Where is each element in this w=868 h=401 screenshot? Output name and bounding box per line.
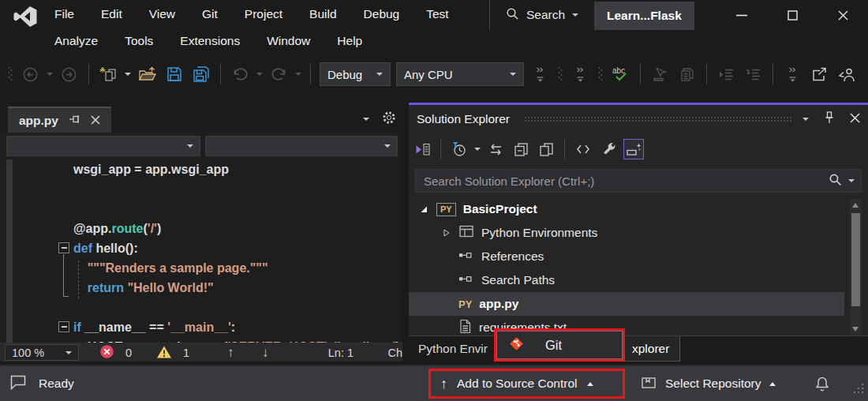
navigate-up-icon[interactable]: ↑ [227, 343, 234, 362]
pin-icon[interactable] [825, 111, 834, 127]
toolbar-overflow-icon[interactable] [570, 64, 591, 85]
toolbar-grip[interactable] [558, 64, 563, 84]
window-position-icon[interactable] [803, 118, 809, 121]
tree-item-basicproject[interactable]: PYBasicProject [409, 197, 851, 221]
save-icon[interactable] [163, 64, 185, 85]
preview-selected-items-icon[interactable] [623, 139, 644, 159]
scrollbar-thumb[interactable] [851, 213, 860, 306]
editor-settings-gear-icon[interactable] [382, 111, 396, 128]
collapse-all-icon[interactable] [511, 139, 531, 159]
properties-icon[interactable] [598, 139, 619, 159]
navigate-back-icon[interactable] [20, 64, 41, 85]
caret-down-icon[interactable] [295, 73, 301, 76]
close-panel-icon[interactable] [850, 112, 860, 126]
scroll-up-icon[interactable] [852, 203, 859, 208]
git-logo-icon [508, 335, 525, 355]
scroll-down-icon[interactable] [852, 327, 859, 332]
menu-item-help[interactable]: Help [324, 27, 376, 55]
toolbar-overflow-icon[interactable] [529, 64, 551, 85]
search-icon[interactable] [829, 173, 842, 189]
live-share-icon[interactable] [836, 64, 857, 85]
share-icon[interactable] [809, 64, 830, 85]
save-all-icon[interactable] [190, 64, 211, 85]
tree-item-python-environments[interactable]: Python Environments [409, 221, 851, 245]
menu-item-test[interactable]: Test [413, 0, 462, 28]
fold-collapse-icon[interactable] [58, 242, 69, 253]
open-file-icon[interactable] [137, 64, 158, 85]
toolbar-grip[interactable] [8, 64, 13, 84]
code-editor[interactable]: wsgi_app = app.wsgi_app@app.route('/')de… [0, 159, 402, 343]
solution-search-box[interactable] [415, 169, 862, 193]
solution-platforms-dropdown[interactable]: Any CPU [396, 62, 524, 86]
solution-search-input[interactable] [422, 174, 829, 189]
format-document-icon[interactable] [743, 64, 764, 85]
caret-down-icon[interactable] [125, 73, 131, 76]
start-debug-target-icon[interactable] [649, 64, 671, 85]
tree-item-app-py[interactable]: PYapp.py [409, 292, 844, 316]
expanded-arrow-icon[interactable] [418, 204, 429, 214]
document-list-icon[interactable] [363, 118, 369, 121]
show-all-files-icon[interactable] [536, 139, 556, 159]
tab-python-environments[interactable]: Python Envir [409, 336, 497, 362]
notifications-bell-icon[interactable] [814, 366, 830, 401]
panel-drag-grip[interactable] [524, 116, 791, 123]
add-to-source-control-button[interactable]: ↑ Add to Source Control [428, 369, 625, 399]
collapsed-arrow-icon[interactable] [440, 228, 451, 238]
indent-icon[interactable] [716, 64, 737, 85]
view-code-icon[interactable] [573, 139, 593, 159]
menu-item-view[interactable]: View [136, 0, 189, 28]
maximize-button[interactable] [767, 0, 817, 30]
warning-count[interactable]: 1 [156, 343, 189, 362]
close-button[interactable] [817, 0, 868, 30]
close-tab-icon[interactable] [91, 114, 100, 128]
menu-item-extensions[interactable]: Extensions [166, 27, 253, 55]
error-count[interactable]: 0 [99, 343, 132, 362]
tree-item-references[interactable]: References [409, 245, 851, 268]
feedback-icon[interactable] [9, 374, 28, 394]
toolbar-overflow-icon[interactable] [782, 64, 803, 85]
navigate-forward-icon[interactable] [58, 64, 80, 85]
copy-structure-icon[interactable] [676, 64, 698, 85]
quick-search[interactable]: Search [489, 0, 594, 30]
undo-icon[interactable] [230, 64, 251, 85]
navigation-member-dropdown[interactable] [205, 136, 398, 156]
navigation-project-dropdown[interactable] [6, 136, 200, 156]
menu-item-edit[interactable]: Edit [88, 0, 136, 28]
menu-item-file[interactable]: File [41, 0, 88, 28]
code-line [0, 199, 402, 219]
caret-down-icon[interactable] [256, 73, 263, 76]
tree-item-search-paths[interactable]: Search Paths [409, 268, 851, 292]
menu-item-debug[interactable]: Debug [350, 0, 413, 28]
fold-collapse-icon[interactable] [58, 321, 69, 332]
navigate-down-icon[interactable]: ↓ [262, 343, 269, 362]
caret-down-icon[interactable] [848, 179, 855, 182]
caret-down-icon[interactable] [47, 73, 53, 76]
new-project-icon[interactable] [98, 64, 119, 85]
pin-icon[interactable] [69, 114, 80, 128]
zoom-level-dropdown[interactable]: 100 % [5, 344, 79, 361]
window-title-button[interactable]: Learn...Flask [594, 2, 694, 30]
git-menu-item[interactable]: Git [496, 331, 623, 359]
caret-down-icon[interactable] [474, 148, 481, 151]
menu-item-project[interactable]: Project [231, 0, 296, 28]
editor-navigation-bar [0, 133, 402, 159]
redo-icon[interactable] [268, 64, 290, 85]
sync-with-active-document-icon[interactable] [485, 139, 506, 159]
select-repository-button[interactable]: Select Repository [641, 366, 776, 401]
minimize-button[interactable] [716, 0, 767, 30]
pending-changes-filter-icon[interactable] [449, 139, 470, 159]
tab-solution-explorer[interactable]: xplorer [622, 336, 680, 362]
menu-item-tools[interactable]: Tools [111, 27, 166, 55]
tab-app-py[interactable]: app.py [8, 107, 111, 133]
solution-configurations-dropdown[interactable]: Debug [320, 62, 391, 86]
switch-between-views-icon[interactable] [412, 139, 432, 159]
menu-item-build[interactable]: Build [296, 0, 350, 28]
menubar-row-1: FileEditViewGitProjectBuildDebugTest [41, 0, 462, 28]
menu-item-window[interactable]: Window [253, 27, 324, 55]
resize-grip[interactable] [851, 382, 865, 399]
menu-item-git[interactable]: Git [189, 0, 231, 28]
menu-item-analyze[interactable]: Analyze [41, 27, 111, 55]
toolbar-grip[interactable] [598, 64, 603, 84]
spell-check-icon[interactable]: abc [610, 64, 631, 85]
tree-scrollbar[interactable] [850, 199, 862, 335]
